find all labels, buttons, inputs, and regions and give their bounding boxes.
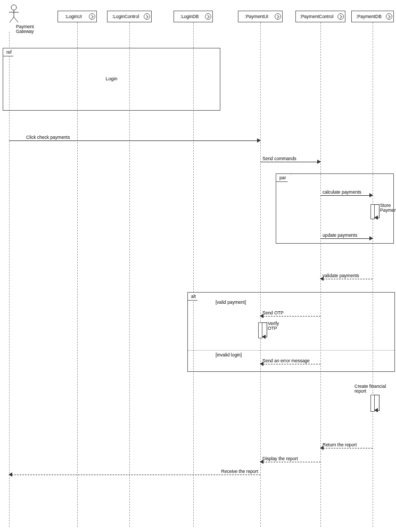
msg-send-commands-label: Send commands: [262, 156, 296, 161]
lifeline-paymentui: [260, 22, 261, 527]
msg-send-otp: Send OTP: [260, 310, 320, 317]
msg-return-report: Return the report: [320, 442, 373, 448]
msg-receive-report: Receive the report: [9, 468, 260, 475]
msg-send-error: Send an error message: [260, 358, 320, 364]
refresh-icon: [144, 13, 150, 20]
obj-loginui-label: :LoginUI: [59, 14, 88, 19]
svg-line-3: [10, 17, 14, 22]
fragment-alt-tag: alt: [187, 292, 202, 301]
self-verify-otp-label: Verify OTP: [268, 321, 279, 331]
alt-guard-invalid: [invalid login]: [216, 352, 242, 358]
msg-calc-payments: calculate payments: [320, 189, 373, 196]
msg-return-report-label: Return the report: [323, 442, 357, 447]
self-create-report-label: Create financial report: [354, 384, 386, 394]
fragment-ref: ref Login: [3, 48, 220, 111]
self-store-payments-label: Store Payments: [380, 203, 396, 213]
fragment-ref-tag: ref: [3, 48, 18, 56]
msg-send-error-label: Send an error message: [262, 358, 310, 363]
obj-paymentdb-label: :PaymentDB: [353, 14, 385, 19]
refresh-icon: [205, 13, 211, 20]
sequence-diagram: Payment Gateway :LoginUI :LoginControl :…: [0, 0, 396, 532]
obj-paymentcontrol-label: :PaymentControl: [297, 14, 336, 19]
fragment-ref-title: Login: [3, 76, 220, 81]
msg-validate-payments: validate payments: [320, 272, 373, 279]
svg-point-0: [11, 5, 16, 10]
actor: [3, 4, 24, 23]
obj-paymentcontrol: :PaymentControl: [295, 11, 345, 22]
msg-calc-payments-label: calculate payments: [323, 189, 361, 195]
actor-label: Payment Gateway: [16, 24, 48, 35]
msg-display-report-label: Display the report: [262, 456, 298, 461]
msg-send-otp-label: Send OTP: [262, 310, 284, 315]
obj-logindb-label: :LoginDB: [175, 14, 204, 19]
obj-logincontrol: :LoginControl: [107, 11, 152, 22]
fragment-par-tag: par: [276, 173, 292, 182]
obj-logindb: :LoginDB: [174, 11, 213, 22]
svg-line-4: [14, 17, 18, 22]
msg-validate-payments-label: validate payments: [323, 273, 359, 278]
msg-click-check-label: Click check payments: [26, 135, 70, 140]
obj-paymentui-label: :PaymentUI: [240, 14, 274, 19]
obj-logincontrol-label: :LoginControl: [109, 14, 143, 19]
obj-paymentdb: :PaymentDB: [351, 11, 394, 22]
msg-update-payments: update payments: [320, 232, 373, 239]
refresh-icon: [275, 13, 281, 20]
msg-send-commands: Send commands: [260, 155, 320, 162]
obj-loginui: :LoginUI: [57, 11, 97, 22]
msg-click-check: Click check payments: [9, 134, 260, 141]
obj-paymentui: :PaymentUI: [238, 11, 283, 22]
lifeline-paymentdb: [373, 22, 373, 527]
msg-update-payments-label: update payments: [323, 232, 357, 238]
refresh-icon: [89, 13, 95, 20]
msg-receive-report-label: Receive the report: [221, 469, 258, 474]
msg-display-report: Display the report: [260, 455, 320, 462]
refresh-icon: [337, 13, 344, 20]
alt-guard-valid: [valid payment]: [216, 300, 246, 305]
refresh-icon: [386, 13, 392, 20]
